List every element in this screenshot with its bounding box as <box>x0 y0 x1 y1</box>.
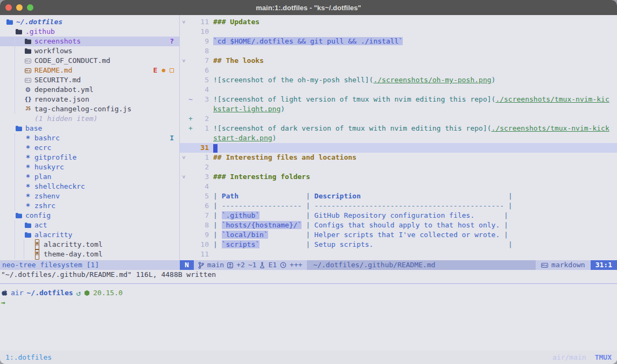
editor-line-9[interactable]: 9`cd $HOME/.dotfiles && git pull && ./in… <box>180 37 617 46</box>
tree-item-theme-day-toml[interactable]: Mtheme-day.toml <box>0 249 179 259</box>
zoom-window-button[interactable] <box>27 4 33 11</box>
editor-line-9[interactable]: 9| `local/bin` | Helper scripts that I'v… <box>180 230 617 240</box>
tree-item-ecrc[interactable]: *ecrc <box>0 143 179 153</box>
text-segment <box>500 221 504 229</box>
editor-line-6[interactable]: 6| ------------------- | ---------------… <box>180 201 617 211</box>
shell-pane[interactable]: air ~/.dotfiles ↺ 20.15.0 → <box>0 283 617 351</box>
editor-line-5[interactable]: 5| Path | Description | <box>180 191 617 201</box>
indent-guide <box>5 95 15 104</box>
tree-item-act[interactable]: act <box>0 220 179 230</box>
apple-icon <box>1 289 8 297</box>
minimize-window-button[interactable] <box>16 4 23 11</box>
fold-column <box>180 37 187 46</box>
toml-icon: M <box>33 239 41 250</box>
tree-item-gitprofile[interactable]: *gitprofile <box>0 153 179 162</box>
tree-item-label: plan <box>34 172 174 182</box>
sign-column <box>187 75 194 85</box>
fold-chevron-icon[interactable]: > <box>180 172 187 182</box>
sign-column <box>187 201 194 211</box>
tree-item-label: screenshots <box>34 37 170 46</box>
tree-item-tag-changelog-config-js[interactable]: JStag-changelog-config.js <box>0 104 179 114</box>
editor-line-2[interactable]: +2 <box>180 114 617 124</box>
text-segment: Description <box>314 192 361 200</box>
editor-line-11[interactable]: >11### Updates <box>180 17 617 27</box>
line-text <box>213 46 617 56</box>
indent-guide <box>15 220 24 230</box>
editor-line-10[interactable]: 10| `scripts` | Setup scripts. | <box>180 240 617 249</box>
tree-item-dependabot-yml[interactable]: ⚙dependabot.yml <box>0 85 179 95</box>
line-text <box>213 85 617 95</box>
text-segment <box>239 192 306 200</box>
filetype-section: markdown <box>536 260 591 270</box>
tree-item-alacritty-toml[interactable]: Malacritty.toml <box>0 240 179 249</box>
tree-item-plan[interactable]: *plan <box>0 172 179 182</box>
text-segment: ![screenshot of light version of tmux wi… <box>213 95 495 103</box>
editor-line-1[interactable]: >1## Interesting files and locations <box>180 153 617 162</box>
indent-guide <box>15 104 24 114</box>
editor-line-31[interactable]: 31 <box>180 143 617 153</box>
editor-line-10[interactable]: 10 <box>180 27 617 37</box>
tree-item-screenshots[interactable]: screenshots? <box>0 37 179 46</box>
tree-item-dotfiles[interactable]: ~/.dotfiles <box>0 17 179 27</box>
line-number: 8 <box>194 220 209 230</box>
line-number: 4 <box>194 182 209 191</box>
tree-item-code-of-conduct-md[interactable]: CODE_OF_CONDUCT.md <box>0 56 179 66</box>
md-file-icon <box>24 78 32 83</box>
tree-item-shellcheckrc[interactable]: *shellcheckrc <box>0 182 179 191</box>
editor-line-3[interactable]: >3### Interesting folders <box>180 172 617 182</box>
tree-item-alacritty[interactable]: alacritty <box>0 230 179 240</box>
editor-line-11[interactable]: 11 <box>180 249 617 259</box>
editor-line-8[interactable]: 8 <box>180 46 617 56</box>
editor-line-1[interactable]: +1![screenshot of dark version of tmux w… <box>180 124 617 133</box>
editor-buffer[interactable]: >11### Updates109`cd $HOME/.dotfiles && … <box>180 15 617 260</box>
editor-line-7[interactable]: >7## The looks <box>180 56 617 66</box>
editor-line-4[interactable]: 4 <box>180 85 617 95</box>
fold-chevron-icon[interactable]: > <box>180 56 187 66</box>
editor-line-wrap-9[interactable]: kstart-light.png) <box>180 104 617 114</box>
tree-item-security-md[interactable]: SECURITY.md <box>0 75 179 85</box>
tree-item-bashrc[interactable]: *bashrcI <box>0 133 179 143</box>
line-text: | ------------------- | ----------------… <box>213 201 617 211</box>
sign-column <box>187 104 194 114</box>
tree-item-config[interactable]: config <box>0 211 179 220</box>
tree-item-workflows[interactable]: workflows <box>0 46 179 56</box>
tree-item-zshenv[interactable]: *zshenv <box>0 191 179 201</box>
tree-item-github[interactable]: .github <box>0 27 179 37</box>
star-icon: * <box>24 182 32 191</box>
close-window-button[interactable] <box>5 4 12 11</box>
editor-line-2[interactable]: 2 <box>180 162 617 172</box>
editor-line-3[interactable]: ~3![screenshot of light version of tmux … <box>180 95 617 104</box>
text-segment: Helper scripts that I've collected or wr… <box>314 231 500 239</box>
text-segment: | <box>213 240 222 248</box>
indent-guide <box>15 182 24 191</box>
tree-item-1-hidden-item[interactable]: (1 hidden item) <box>0 114 179 124</box>
prompt-arrow[interactable]: → <box>1 298 616 308</box>
sign-column <box>187 37 194 46</box>
fold-chevron-icon[interactable]: > <box>180 17 187 27</box>
fold-chevron-icon[interactable]: > <box>180 153 187 162</box>
tree-item-huskyrc[interactable]: *huskyrc <box>0 162 179 172</box>
editor-line-7[interactable]: 7| `.github` | GitHub Repository configu… <box>180 211 617 220</box>
editor-line-8[interactable]: 8| `hosts/{hostname}/` | Configs that sh… <box>180 220 617 230</box>
folder-icon <box>15 126 23 131</box>
tree-item-zshrc[interactable]: *zshrc <box>0 201 179 211</box>
tree-item-label: README.md <box>34 66 153 75</box>
gutter-gap <box>209 230 213 240</box>
sign-column <box>187 249 194 259</box>
star-icon: * <box>24 143 32 153</box>
tree-item-renovate-json[interactable]: {}renovate.json <box>0 95 179 104</box>
editor-line-6[interactable]: 6 <box>180 66 617 75</box>
tree-item-readme-md[interactable]: README.mdE● <box>0 66 179 75</box>
tree-item-base[interactable]: base <box>0 124 179 133</box>
tree-item-label: ~/.dotfiles <box>16 17 174 27</box>
editor-line-4[interactable]: 4 <box>180 182 617 191</box>
fold-column <box>180 211 187 220</box>
line-number <box>194 133 209 143</box>
md-file-icon <box>24 68 32 73</box>
line-text: ## Interesting files and locations <box>213 153 617 162</box>
gutter-gap <box>209 75 213 85</box>
editor-line-5[interactable]: 5![screenshot of the oh-my-posh shell](.… <box>180 75 617 85</box>
tmux-window-label[interactable]: 1:.dotfiles <box>5 353 52 361</box>
indent-guide <box>15 114 24 124</box>
editor-line-wrap-12[interactable]: start-dark.png) <box>180 133 617 143</box>
